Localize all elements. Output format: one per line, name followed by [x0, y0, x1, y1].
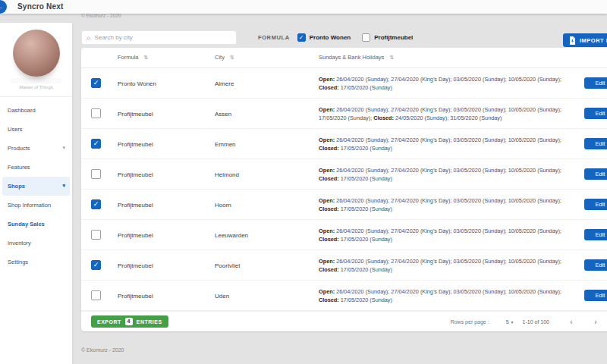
open-dates: 26/04/2020 (Sunday); 27/04/2020 (King's …: [336, 288, 561, 295]
table-row: ✓ Profijtmeubel Emmen Open: 26/04/2020 (…: [81, 129, 607, 159]
import-data-label: IMPORT DATA: [580, 37, 607, 44]
row-city: Hoorn: [215, 202, 231, 209]
row-formula: Profijtmeubel: [118, 262, 153, 269]
sort-icon: ⇅: [389, 55, 394, 60]
previous-page-button[interactable]: ‹: [566, 318, 577, 326]
column-header-holidays[interactable]: Sundays & Bank Holidays ⇅: [319, 54, 394, 61]
edit-button[interactable]: Edit: [584, 168, 607, 180]
open-label: Open:: [319, 106, 335, 113]
open-label: Open:: [319, 288, 335, 295]
row-city: Almere: [215, 80, 234, 87]
sidebar-item-users[interactable]: Users: [0, 120, 72, 139]
sidebar: Master of Things Dashboard Users Product…: [0, 23, 72, 364]
row-holidays: Open: 26/04/2020 (Sunday); 27/04/2020 (K…: [319, 105, 566, 122]
edit-button[interactable]: Edit: [584, 108, 607, 119]
row-checkbox[interactable]: [91, 108, 101, 118]
column-header-city[interactable]: City ⇅: [215, 54, 234, 61]
closed-dates: 17/05/2020 (Sunday): [341, 206, 392, 212]
back-nav-button[interactable]: ←: [0, 0, 7, 14]
table-header-row: Formula ⇅ City ⇅ Sundays & Bank Holidays…: [81, 48, 607, 68]
formula-filter-pronto-wonen[interactable]: ✓ Pronto Wonen: [297, 33, 351, 42]
export-count-badge: 4: [125, 318, 133, 325]
sidebar-item-shops[interactable]: Shops ▾: [2, 177, 70, 196]
row-checkbox[interactable]: [91, 230, 101, 240]
rows-per-page-label: Rows per page :: [451, 319, 489, 325]
import-data-button[interactable]: IMPORT DATA: [563, 33, 607, 47]
edit-button[interactable]: Edit: [584, 229, 607, 240]
open-label: Open:: [319, 76, 335, 83]
sidebar-item-label: Dashboard: [8, 107, 36, 114]
row-checkbox[interactable]: ✓: [91, 199, 101, 209]
sidebar-item-features[interactable]: Features: [0, 158, 72, 177]
table-row: ✓ Pronto Wonen Almere Open: 26/04/2020 (…: [81, 68, 607, 99]
sort-icon: ⇅: [144, 55, 149, 60]
sidebar-item-label: Shop Information: [8, 202, 51, 209]
sidebar-item-label: Products: [8, 145, 30, 152]
column-header-formula[interactable]: Formula ⇅: [118, 54, 148, 61]
sidebar-item-settings[interactable]: Settings: [0, 253, 72, 271]
open-dates: 26/04/2020 (Sunday); 27/04/2020 (King's …: [336, 258, 561, 265]
sidebar-item-label: Sunday Sales: [8, 221, 45, 228]
row-checkbox[interactable]: ✓: [91, 78, 101, 88]
open-dates: 26/04/2020 (Sunday); 27/04/2020 (King's …: [336, 228, 561, 234]
closed-dates: 17/05/2020 (Sunday): [341, 297, 392, 303]
row-city: Uden: [215, 293, 229, 300]
sidebar-item-sunday-sales[interactable]: Sunday Sales: [0, 215, 72, 234]
row-formula: Profijtmeubel: [118, 202, 153, 209]
row-checkbox[interactable]: [91, 169, 101, 179]
row-checkbox[interactable]: ✓: [91, 139, 101, 149]
edit-button[interactable]: Edit: [584, 199, 607, 210]
table-body: ✓ Pronto Wonen Almere Open: 26/04/2020 (…: [81, 68, 607, 311]
entries-label: ENTRIES: [137, 319, 162, 325]
row-city: Poortvliet: [215, 262, 240, 269]
chevron-down-icon: ▾: [62, 183, 65, 189]
export-label: EXPORT: [97, 319, 121, 325]
row-formula: Profijtmeubel: [118, 111, 153, 118]
edit-button[interactable]: Edit: [584, 138, 607, 149]
copyright-bottom: © Ekomurz - 2020: [81, 347, 124, 353]
main-content: © Ekomurz - 2020 ⌕ FORMULA ✓ Pronto Wone…: [72, 0, 607, 364]
top-app-bar: ← Syncro Next: [0, 0, 607, 14]
sidebar-item-label: Users: [8, 126, 23, 133]
row-city: Assen: [215, 111, 231, 118]
open-label: Open:: [319, 197, 335, 204]
closed-dates: 17/05/2020 (Sunday): [341, 84, 392, 91]
sidebar-item-inventory[interactable]: Inventory: [0, 234, 72, 253]
edit-button[interactable]: Edit: [584, 290, 607, 301]
app-title: Syncro Next: [17, 2, 64, 11]
table-row: Profijtmeubel Leeuwarden Open: 26/04/202…: [81, 220, 607, 250]
table-row: Profijtmeubel Uden Open: 26/04/2020 (Sun…: [81, 281, 607, 311]
copyright-top: © Ekomurz - 2020: [81, 13, 121, 18]
pagination: Rows per page : 5 ▾ 1-10 of 100 ‹ ›: [451, 312, 601, 332]
row-formula: Profijtmeubel: [118, 171, 153, 178]
sidebar-menu: Dashboard Users Products ▾ Features Shop…: [0, 97, 72, 271]
row-checkbox[interactable]: [91, 290, 101, 300]
table-row: ✓ Profijtmeubel Hoorn Open: 26/04/2020 (…: [81, 190, 607, 220]
filter-checkbox[interactable]: [362, 33, 370, 42]
open-dates: 26/04/2020 (Sunday); 27/04/2020 (King's …: [336, 76, 561, 83]
edit-button[interactable]: Edit: [584, 77, 607, 89]
row-holidays: Open: 26/04/2020 (Sunday); 27/04/2020 (K…: [319, 257, 566, 274]
export-button[interactable]: EXPORT 4 ENTRIES: [91, 315, 168, 328]
sidebar-item-dashboard[interactable]: Dashboard: [0, 101, 72, 120]
formula-filter-profijtmeubel[interactable]: Profijtmeubel: [362, 33, 413, 42]
filter-checkbox[interactable]: ✓: [297, 33, 306, 42]
search-input[interactable]: [95, 34, 231, 41]
row-checkbox[interactable]: ✓: [91, 260, 101, 270]
edit-button[interactable]: Edit: [584, 259, 607, 271]
table-row: Profijtmeubel Assen Open: 26/04/2020 (Su…: [81, 99, 607, 129]
next-page-button[interactable]: ›: [590, 318, 601, 326]
rows-per-page-select[interactable]: 5 ▾: [506, 319, 514, 325]
sidebar-item-products[interactable]: Products ▾: [0, 139, 72, 158]
row-formula: Profijtmeubel: [118, 141, 153, 148]
search-icon: ⌕: [86, 34, 91, 42]
search-box[interactable]: ⌕: [81, 30, 237, 45]
open-dates: 26/04/2020 (Sunday); 27/04/2020 (King's …: [336, 167, 561, 174]
closed-dates: 17/05/2020 (Sunday): [341, 145, 392, 152]
sidebar-item-label: Settings: [8, 259, 28, 265]
back-arrow-icon: ←: [0, 2, 4, 11]
open-label: Open:: [319, 228, 335, 234]
row-city: Emmen: [215, 141, 236, 148]
sidebar-item-shop-information[interactable]: Shop Information: [0, 196, 72, 215]
closed-label: Closed:: [319, 297, 339, 303]
